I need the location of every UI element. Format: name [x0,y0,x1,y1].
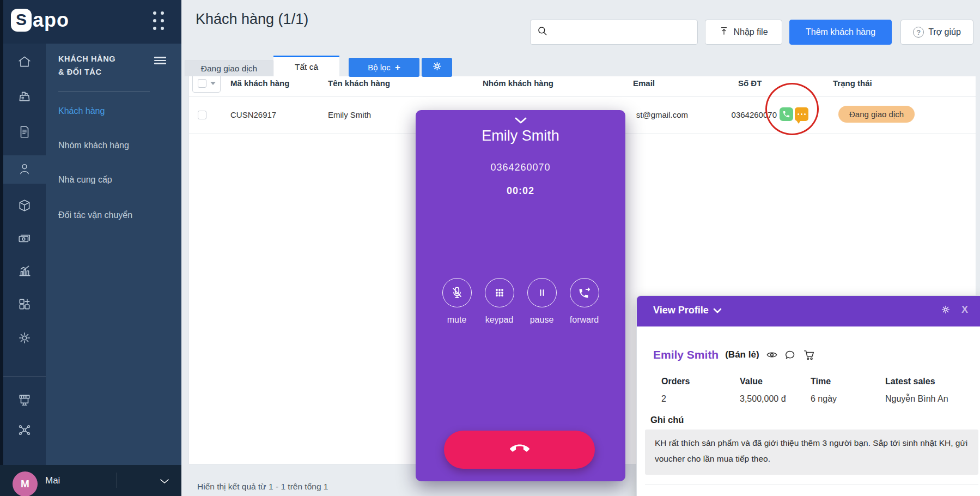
call-timer: 00:02 [416,185,625,197]
col-ma-khach-hang[interactable]: Mã khách hàng [230,78,289,88]
col-so-dt[interactable]: Số ĐT [738,78,762,88]
import-file-button[interactable]: Nhập file [705,20,782,45]
avatar[interactable]: M [13,471,38,496]
stat-orders-value: 2 [661,394,666,404]
row-checkbox[interactable] [198,111,206,119]
collapse-chevron-icon[interactable] [514,117,528,126]
col-email[interactable]: Email [633,78,655,88]
status-badge: Đang giao dịch [838,106,915,123]
plus-icon: + [395,62,400,73]
stat-latest-sales-value: Nguyễn Bình An [885,394,948,404]
question-icon: ? [913,27,924,38]
sidebar-icon-rail [3,44,46,465]
keypad-icon [485,278,514,307]
user-bar-divider [117,473,117,488]
close-icon[interactable]: X [961,304,968,316]
profile-name-row: Emily Smith (Bán lẻ) [653,348,815,361]
select-all-control[interactable] [192,74,221,93]
view-eye-icon[interactable] [766,349,778,361]
keypad-button[interactable]: keypad [485,278,514,325]
stat-value-value: 3,500,000 đ [740,394,786,404]
orders-invoice-icon[interactable] [17,125,32,139]
note-box: KH rất thích sản phẩm và đã giới thiệu t… [645,430,978,475]
online-store-icon[interactable] [17,393,32,407]
note-label: Ghi chú [650,415,684,425]
sidebar-item-nhom-khach-hang[interactable]: Nhóm khách hàng [58,141,129,150]
profile-customer-segment: (Bán lẻ) [725,349,759,360]
call-controls: mute keypad pause forward [416,278,625,325]
filter-button[interactable]: Bộ lọc+ [349,58,419,77]
sidebar-header: Sapo [0,0,181,44]
menu-section-title: KHÁCH HÀNG & ĐỐI TÁC [58,52,151,78]
column-settings-button[interactable] [422,58,452,77]
pos-icon[interactable] [17,89,32,104]
comment-icon[interactable] [784,349,796,361]
stat-time-label: Time [811,377,831,386]
tab-dang-giao-dich[interactable]: Đang giao dịch [185,61,273,76]
sales-channels-icon[interactable] [17,423,32,437]
profile-customer-name[interactable]: Emily Smith [653,348,719,361]
chevron-down-icon [713,308,722,313]
sapo-logo-text: apo [33,9,69,32]
cell-customer-name[interactable]: Emily Smith [328,110,371,119]
profile-panel-header[interactable]: View Profile X [637,296,980,326]
profile-panel-title[interactable]: View Profile [653,305,722,316]
reports-icon[interactable] [17,264,32,278]
stat-latest-sales-label: Latest sales [885,377,935,386]
user-bar[interactable]: M Mai [0,465,181,496]
cashbook-icon[interactable] [17,232,32,246]
user-name: Mai [45,475,60,486]
products-icon[interactable] [17,198,32,213]
home-icon[interactable] [17,55,32,69]
menu-divider [58,92,150,92]
stat-orders-label: Orders [661,377,690,386]
forward-icon [570,278,599,307]
col-nhom-khach-hang[interactable]: Nhóm khách hàng [483,78,553,88]
sidebar-item-nha-cung-cap[interactable]: Nhà cung cấp [58,175,112,185]
hangup-button[interactable] [444,431,595,469]
rail-divider [3,376,46,377]
stat-time-value: 6 ngày [811,394,837,404]
upload-icon [719,26,729,38]
mute-button[interactable]: mute [442,278,472,325]
app-grid-icon[interactable] [153,11,164,30]
pause-icon [527,278,557,307]
forward-button[interactable]: forward [570,278,599,325]
results-summary: Hiển thị kết quả từ 1 - 1 trên tổng 1 [197,482,328,492]
customers-icon[interactable] [17,162,32,176]
menu-collapse-icon[interactable] [154,57,166,64]
app-window: Sapo KHÁCH HÀNG & ĐỐI TÁC Khách hàng Nhó… [0,0,980,496]
settings-gear-icon[interactable] [17,331,32,345]
search-icon [537,26,548,39]
window-edge-strip [0,0,3,496]
annotation-circle [765,83,819,135]
col-ten-khach-hang[interactable]: Tên khách hàng [328,78,390,88]
page-title: Khách hàng (1/1) [196,11,308,28]
sidebar-item-doi-tac-van-chuyen[interactable]: Đối tác vận chuyển [58,210,132,220]
tab-tat-ca[interactable]: Tất cả [273,56,339,76]
table-header: Mã khách hàng Tên khách hàng Nhóm khách … [189,76,976,97]
panel-divider [645,485,978,485]
search-input[interactable] [530,20,698,45]
pause-button[interactable]: pause [527,278,557,325]
view-profile-panel: View Profile X Emily Smith (Bán lẻ) Orde… [636,295,980,496]
col-trang-thai[interactable]: Trạng thái [833,78,872,88]
sidebar-menu: KHÁCH HÀNG & ĐỐI TÁC Khách hàng Nhóm khá… [46,44,181,465]
apps-icon[interactable] [17,297,32,311]
chevron-down-icon[interactable] [160,477,169,487]
hangup-icon [510,439,529,461]
gear-icon [432,61,442,74]
add-customer-button[interactable]: Thêm khách hàng [789,20,892,45]
sapo-logo[interactable]: Sapo [11,9,69,32]
mute-icon [442,278,472,307]
cart-icon[interactable] [803,349,815,361]
sapo-logo-mark: S [11,9,32,32]
checkbox-dropdown-caret[interactable] [210,82,216,85]
call-phone-number: 0364260070 [416,162,625,173]
select-all-checkbox[interactable] [198,79,206,88]
call-contact-name: Emily Smith [416,128,625,144]
cell-customer-code[interactable]: CUSN26917 [230,110,276,119]
sidebar-item-khach-hang[interactable]: Khách hàng [58,106,105,116]
help-button[interactable]: ? Trợ giúp [900,20,973,45]
profile-settings-gear-icon[interactable] [941,305,951,317]
